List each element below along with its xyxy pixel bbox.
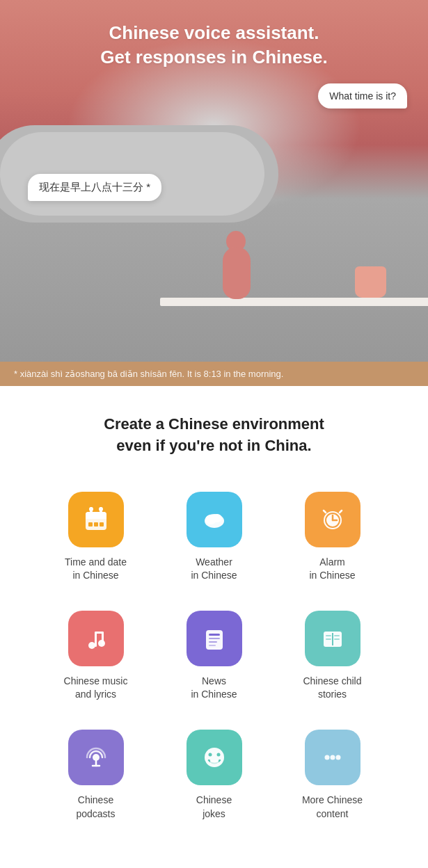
chat-bubble-answer: 现在是早上八点十三分 * [28,174,161,201]
more-label: More Chinesecontent [302,794,363,821]
svg-point-12 [212,514,222,522]
hero-title-line1: Chinese voice assistant. [109,22,319,43]
feature-jokes[interactable]: Chinesejokes [159,723,270,835]
section-title-line1: Create a Chinese environment [104,415,324,433]
bubble-question-text: What time is it? [329,90,396,102]
jokes-label: Chinesejokes [196,794,232,821]
podcasts-icon-bg [68,730,124,785]
svg-rect-8 [94,522,98,527]
hero-section: Chinese voice assistant. Get responses i… [0,0,428,362]
features-grid: Time and datein Chinese Weatherin Chines… [40,485,388,835]
calendar-icon [82,506,110,533]
svg-rect-25 [209,634,220,636]
translation-text: * xiànzài shì zǎoshang bā diǎn shísān fē… [14,369,283,379]
stories-label: Chinese childstories [303,675,361,702]
svg-point-39 [216,753,220,756]
more-icon-bg [305,730,360,785]
svg-rect-7 [88,522,93,527]
svg-rect-26 [209,638,220,639]
svg-rect-31 [326,638,331,640]
svg-rect-24 [206,630,223,650]
main-content: Create a Chinese environment even if you… [0,386,428,862]
svg-rect-21 [95,632,97,647]
device-body [223,247,251,299]
section-title-line2: even if you're not in China. [116,437,311,454]
svg-point-37 [205,748,224,767]
svg-point-34 [93,754,100,761]
svg-rect-9 [100,522,104,527]
cup-decoration [355,266,386,298]
news-icon-bg [187,611,242,666]
svg-line-17 [324,511,326,513]
music-icon-bg [68,611,124,666]
svg-rect-2 [86,516,106,519]
feature-news[interactable]: Newsin Chinese [159,604,270,716]
svg-rect-6 [100,507,102,513]
svg-point-42 [330,755,335,760]
hero-title: Chinese voice assistant. Get responses i… [0,21,428,70]
svg-rect-5 [90,507,93,513]
svg-rect-27 [209,641,217,643]
feature-music[interactable]: Chinese musicand lyrics [40,604,152,716]
svg-point-43 [335,755,340,760]
alarm-label: Alarmin Chinese [309,556,355,583]
table-decoration [160,298,428,306]
cloud-icon [200,506,228,533]
feature-time-date[interactable]: Time and datein Chinese [40,485,152,597]
svg-rect-30 [326,635,331,636]
music-label: Chinese musicand lyrics [64,675,128,702]
feature-podcasts[interactable]: Chinesepodcasts [40,723,152,835]
svg-rect-23 [102,632,104,645]
podcast-icon [82,744,110,771]
music-icon [82,625,110,652]
translation-bar: * xiànzài shì zǎoshang bā diǎn shísān fē… [0,362,428,386]
time-date-label: Time and datein Chinese [65,556,127,583]
news-label: Newsin Chinese [191,675,237,702]
alarm-icon [319,506,347,533]
svg-point-19 [88,642,95,649]
svg-line-18 [340,511,342,513]
weather-icon-bg [187,492,242,547]
time-date-icon-bg [68,492,124,547]
device-decoration [216,230,257,299]
svg-rect-28 [209,645,216,646]
feature-weather[interactable]: Weatherin Chinese [159,485,270,597]
stories-icon-bg [305,611,360,666]
section-title: Create a Chinese environment even if you… [14,414,414,457]
svg-point-38 [208,753,212,756]
feature-stories[interactable]: Chinese childstories [277,604,388,716]
chat-bubble-question: What time is it? [318,83,407,108]
svg-rect-32 [334,635,340,636]
news-icon [200,625,228,652]
hero-title-line2: Get responses in Chinese. [100,47,328,67]
alarm-icon-bg [305,492,360,547]
more-icon [319,744,347,771]
feature-more[interactable]: More Chinesecontent [277,723,388,835]
laugh-icon [200,744,228,771]
book-icon [319,625,347,652]
feature-alarm[interactable]: Alarmin Chinese [277,485,388,597]
bubble-answer-text: 现在是早上八点十三分 * [39,181,150,193]
weather-label: Weatherin Chinese [191,556,237,583]
svg-point-41 [324,755,329,760]
podcasts-label: Chinesepodcasts [76,794,115,821]
jokes-icon-bg [187,730,242,785]
svg-rect-33 [334,638,340,640]
